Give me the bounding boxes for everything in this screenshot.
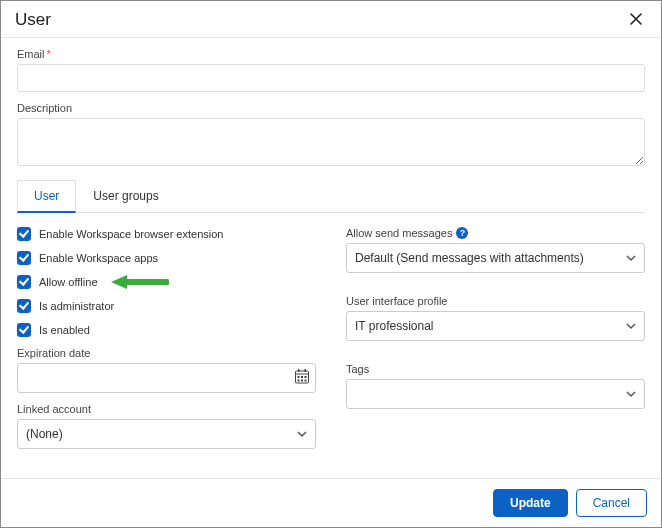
linked-account-label: Linked account [17, 403, 316, 415]
arrow-annotation [109, 273, 169, 293]
check-allow-offline[interactable]: Allow offline [17, 275, 316, 289]
expiration-date-picker[interactable] [17, 363, 316, 393]
allow-send-field: Allow send messages ? Default (Send mess… [346, 227, 645, 273]
tags-field: Tags [346, 363, 645, 409]
dialog-body: Email* Description User User groups Enab… [1, 38, 661, 478]
check-is-enabled[interactable]: Is enabled [17, 323, 316, 337]
checkbox-icon [17, 227, 31, 241]
ui-profile-value: IT professional [355, 319, 434, 333]
email-label-text: Email [17, 48, 45, 60]
dialog-title: User [15, 10, 51, 30]
email-input[interactable] [17, 64, 645, 92]
email-label: Email* [17, 48, 645, 60]
dialog-footer: Update Cancel [1, 478, 661, 527]
tab-user-groups[interactable]: User groups [76, 180, 175, 213]
tab-user[interactable]: User [17, 180, 76, 213]
check-label: Enable Workspace apps [39, 252, 158, 264]
svg-marker-1 [111, 275, 127, 289]
description-textarea[interactable] [17, 118, 645, 166]
check-is-administrator[interactable]: Is administrator [17, 299, 316, 313]
allow-send-label: Allow send messages [346, 227, 452, 239]
check-workspace-apps[interactable]: Enable Workspace apps [17, 251, 316, 265]
allow-send-value: Default (Send messages with attachments) [355, 251, 584, 265]
tab-content-user: Enable Workspace browser extension Enabl… [17, 213, 645, 459]
ui-profile-select[interactable]: IT professional [346, 311, 645, 341]
allow-send-label-row: Allow send messages ? [346, 227, 645, 239]
check-label: Enable Workspace browser extension [39, 228, 223, 240]
cancel-button[interactable]: Cancel [576, 489, 647, 517]
check-workspace-extension[interactable]: Enable Workspace browser extension [17, 227, 316, 241]
chevron-down-icon [625, 320, 637, 332]
expiration-label: Expiration date [17, 347, 316, 359]
checkbox-icon [17, 299, 31, 313]
description-label: Description [17, 102, 645, 114]
checkbox-icon [17, 275, 31, 289]
email-field-block: Email* [17, 48, 645, 92]
dialog-header: User [1, 1, 661, 38]
expiration-input[interactable] [17, 363, 316, 393]
help-icon[interactable]: ? [456, 227, 468, 239]
tabs: User User groups [17, 179, 645, 213]
check-label: Allow offline [39, 276, 98, 288]
check-label: Is administrator [39, 300, 114, 312]
left-column: Enable Workspace browser extension Enabl… [17, 227, 316, 459]
expiration-field: Expiration date [17, 347, 316, 393]
ui-profile-label: User interface profile [346, 295, 645, 307]
tags-label: Tags [346, 363, 645, 375]
chevron-down-icon [625, 252, 637, 264]
user-dialog: User Email* Description User User groups [0, 0, 662, 528]
linked-account-select[interactable]: (None) [17, 419, 316, 449]
chevron-down-icon [625, 388, 637, 400]
check-label: Is enabled [39, 324, 90, 336]
tags-select[interactable] [346, 379, 645, 409]
close-button[interactable] [625, 9, 647, 31]
linked-account-field: Linked account (None) [17, 403, 316, 449]
required-marker: * [47, 48, 51, 60]
description-field-block: Description [17, 102, 645, 169]
checkbox-icon [17, 251, 31, 265]
linked-account-value: (None) [26, 427, 63, 441]
chevron-down-icon [296, 428, 308, 440]
ui-profile-field: User interface profile IT professional [346, 295, 645, 341]
checkbox-icon [17, 323, 31, 337]
allow-send-select[interactable]: Default (Send messages with attachments) [346, 243, 645, 273]
close-icon [629, 10, 643, 30]
update-button[interactable]: Update [493, 489, 568, 517]
right-column: Allow send messages ? Default (Send mess… [346, 227, 645, 459]
